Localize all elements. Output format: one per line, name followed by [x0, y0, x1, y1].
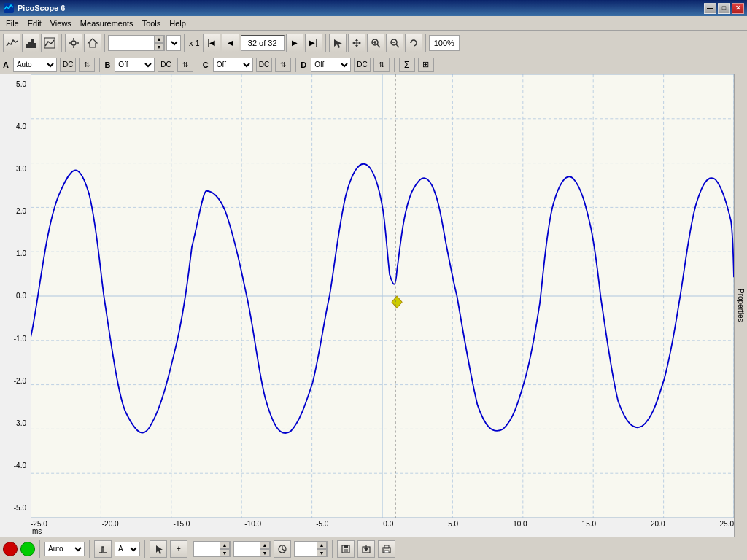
print-button[interactable] — [378, 540, 395, 558]
scroll-left-max[interactable]: |◀ — [203, 34, 220, 52]
timebase-down[interactable]: ▼ — [154, 43, 164, 51]
ch-d-coupling[interactable]: DC — [354, 58, 370, 72]
home-button[interactable] — [84, 34, 101, 52]
trigger-level-up[interactable]: ▲ — [220, 541, 230, 549]
settings-button[interactable] — [65, 34, 82, 52]
ch-b-invert[interactable]: ⇅ — [177, 58, 193, 72]
timebase-up[interactable]: ▲ — [154, 35, 164, 43]
ch-a-coupling[interactable]: DC — [60, 58, 76, 72]
trigger-mode-select[interactable]: Auto Single Repeat None — [44, 542, 85, 556]
trigger-percent-up[interactable]: ▲ — [260, 541, 270, 549]
ch-b-coupling[interactable]: DC — [158, 58, 174, 72]
trigger-time-up[interactable]: ▲ — [317, 541, 327, 549]
timebase-presets[interactable]: ▼ — [166, 35, 181, 51]
nav-position-display: 32 of 32 — [241, 35, 285, 51]
persistence-mode-button[interactable] — [41, 34, 58, 52]
ch-d-invert[interactable]: ⇅ — [374, 58, 390, 72]
trigger-percent-input[interactable]: 50% — [234, 545, 260, 553]
y-label-2: 2.0 — [1, 207, 29, 215]
x-axis-labels: -25.0 -20.0 -15.0 -10.0 -5.0 0.0 5.0 10.… — [31, 520, 734, 528]
svg-marker-52 — [364, 548, 368, 551]
stop-button[interactable] — [3, 542, 18, 556]
menu-edit[interactable]: Edit — [23, 18, 46, 29]
x-label-n5: -5.0 — [316, 520, 328, 528]
scope-mode-button[interactable] — [3, 34, 20, 52]
run-button[interactable] — [20, 542, 35, 556]
toolbar-sep-3 — [184, 34, 185, 52]
trigger-channel-icon[interactable] — [94, 540, 112, 558]
ch-math-button[interactable]: Σ — [399, 58, 415, 72]
cursor-button[interactable] — [329, 34, 347, 52]
main-area: A 5.0 V — [0, 74, 747, 537]
ch-sep-math — [394, 58, 395, 72]
menu-tools[interactable]: Tools — [138, 18, 166, 29]
timebase-input[interactable]: 5 ms/div — [109, 39, 154, 47]
menu-help[interactable]: Help — [165, 18, 190, 29]
pan-button[interactable] — [348, 34, 365, 52]
ch-ref-button[interactable]: ⊞ — [418, 58, 434, 72]
cursor-mode-button[interactable] — [150, 540, 167, 558]
menu-file[interactable]: File — [1, 18, 23, 29]
y-label-4: 4.0 — [1, 122, 29, 131]
zoom-in-button[interactable] — [367, 34, 384, 52]
svg-rect-2 — [28, 42, 31, 48]
cursor-add-button[interactable]: + — [170, 540, 187, 558]
trigger-percent-down[interactable]: ▼ — [260, 549, 270, 557]
ch-c-coupling[interactable]: DC — [256, 58, 272, 72]
ch-a-range[interactable]: Auto±100mV±200mV±500mV ±1V±2V±5V±10V — [13, 58, 57, 72]
trigger-time-control[interactable]: 0 s ▲ ▼ — [294, 541, 328, 557]
zoom-out-button[interactable] — [386, 34, 403, 52]
x-label-n25: -25.0 — [31, 520, 47, 528]
y-label-5: 5.0 — [1, 80, 29, 88]
spectrum-mode-button[interactable] — [22, 34, 39, 52]
ch-c-invert[interactable]: ⇅ — [275, 58, 291, 72]
x-label-15: 15.0 — [582, 520, 596, 528]
menu-measurements[interactable]: Measurements — [76, 18, 138, 29]
timer-icon — [274, 540, 291, 558]
maximize-button[interactable]: □ — [718, 3, 730, 14]
ch-c-range[interactable]: Off — [213, 58, 253, 72]
menubar: File Edit Views Measurements Tools Help — [0, 16, 747, 31]
timebase-control[interactable]: 5 ms/div ▲ ▼ — [108, 35, 165, 51]
minimize-button[interactable]: — — [704, 3, 716, 14]
load-data-button[interactable] — [357, 540, 375, 558]
y-label-0: 0.0 — [1, 292, 29, 300]
zoom-reset-button[interactable] — [405, 34, 422, 52]
toolbar-sep-4 — [325, 34, 326, 52]
scope-svg — [31, 74, 734, 518]
trigger-channel-select[interactable]: A B C D — [115, 542, 140, 556]
trigger-percent-control[interactable]: 50% ▲ ▼ — [233, 541, 271, 557]
svg-rect-55 — [384, 551, 389, 553]
ch-d-label: D — [301, 61, 306, 69]
scroll-right[interactable]: ▶ — [286, 34, 303, 52]
svg-rect-4 — [34, 43, 36, 48]
status-sep-2 — [89, 540, 90, 558]
properties-panel[interactable]: Properties — [734, 74, 747, 537]
y-label-n4: -4.0 — [1, 462, 29, 470]
status-sep-3 — [144, 540, 145, 558]
trigger-level-control[interactable]: 0 V ▲ ▼ — [193, 541, 231, 557]
y-label-n5: -5.0 — [1, 504, 29, 512]
ch-d-range[interactable]: Off — [311, 58, 351, 72]
svg-line-45 — [282, 549, 285, 551]
x-label-20: 20.0 — [651, 520, 665, 528]
trigger-level-down[interactable]: ▼ — [220, 549, 230, 557]
svg-point-6 — [71, 41, 76, 45]
trigger-level-input[interactable]: 0 V — [194, 545, 220, 553]
menu-views[interactable]: Views — [46, 18, 76, 29]
toolbar-sep-2 — [104, 34, 105, 52]
save-data-button[interactable] — [337, 540, 355, 558]
close-button[interactable]: ✕ — [732, 3, 744, 14]
svg-rect-3 — [31, 39, 34, 48]
scroll-right-max[interactable]: ▶| — [305, 34, 322, 52]
ch-a-invert[interactable]: ⇅ — [79, 58, 95, 72]
scroll-left[interactable]: ◀ — [222, 34, 239, 52]
trigger-time-input[interactable]: 0 s — [295, 545, 317, 553]
svg-rect-1 — [26, 44, 28, 48]
scope-display[interactable]: A 5.0 V — [0, 74, 734, 537]
ch-b-range[interactable]: Off — [115, 58, 155, 72]
properties-label: Properties — [737, 289, 745, 322]
trigger-time-down[interactable]: ▼ — [317, 549, 327, 557]
timebase-spinner[interactable]: ▲ ▼ — [154, 35, 164, 51]
app-title: PicoScope 6 — [18, 4, 704, 12]
